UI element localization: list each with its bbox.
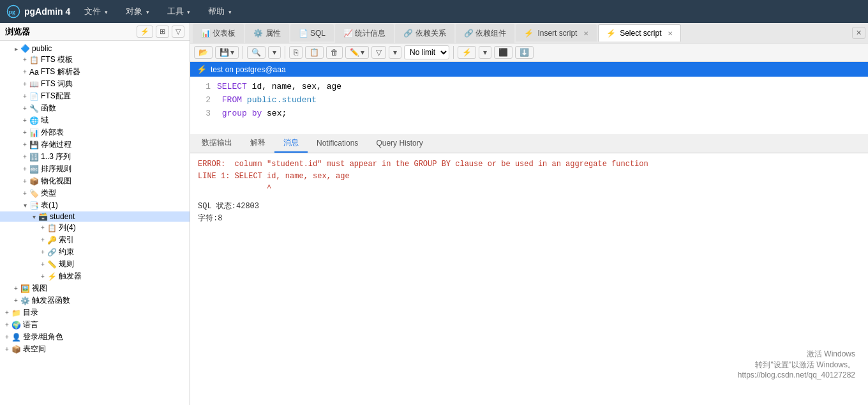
delete-btn[interactable]: 🗑	[326, 46, 343, 59]
tree-item-5[interactable]: +🔧函数	[0, 102, 190, 114]
tree-toggle-9[interactable]: +	[20, 153, 29, 160]
tree-item-18[interactable]: +📏规则	[0, 258, 190, 270]
tree-toggle-0[interactable]: ▸	[11, 45, 20, 52]
tree-toggle-21[interactable]: +	[11, 297, 20, 304]
tab-sql[interactable]: 📄 SQL	[290, 24, 334, 42]
tree-item-12[interactable]: +🏷️类型	[0, 187, 190, 199]
tree-toggle-17[interactable]: +	[38, 248, 47, 256]
tree-toggle-13[interactable]: ▾	[20, 202, 29, 209]
menu-object[interactable]: 对象 ▾	[122, 3, 153, 20]
tree-toggle-23[interactable]: +	[3, 321, 11, 328]
menu-file[interactable]: 文件 ▾	[80, 3, 112, 20]
tree-item-2[interactable]: +AaFTS 解析器	[0, 66, 190, 78]
limit-select[interactable]: No limit 10 100 1000	[404, 45, 449, 59]
search-btn[interactable]: 🔍	[247, 46, 266, 59]
menu-tools[interactable]: 工具 ▾	[163, 3, 195, 20]
tree-item-22[interactable]: +📁目录	[0, 307, 190, 319]
sidebar: 浏览器 ⚡ ⊞ ▽ ▸🔷public+📋FTS 模板+AaFTS 解析器+📖FT…	[0, 23, 190, 405]
tab-data-output[interactable]: 数据输出	[193, 134, 241, 153]
tree-item-6[interactable]: +🌐域	[0, 114, 190, 126]
tree-toggle-11[interactable]: +	[20, 178, 29, 185]
tree-toggle-20[interactable]: +	[11, 285, 20, 292]
panel-close-button[interactable]: ✕	[852, 27, 865, 39]
tab-explain[interactable]: 解释	[241, 134, 274, 153]
tab-notifications[interactable]: Notifications	[308, 135, 367, 152]
tab-select-script[interactable]: ⚡ Select script ✕	[598, 24, 681, 42]
tree-item-24[interactable]: +👤登录/组角色	[0, 331, 190, 343]
tree-item-9[interactable]: +🔢1..3 序列	[0, 151, 190, 163]
code-editor[interactable]: 1SELECT id, name, sex, age 2 FROM public…	[190, 77, 868, 134]
tree-item-15[interactable]: +📋列(4)	[0, 222, 190, 234]
tree-toggle-8[interactable]: +	[20, 141, 29, 148]
tree-toggle-19[interactable]: +	[38, 273, 47, 280]
svg-text:pg: pg	[9, 9, 15, 15]
tree-item-7[interactable]: +📊外部表	[0, 126, 190, 139]
tab-dependents[interactable]: 🔗 依赖组件	[456, 24, 514, 43]
filter-arrow-btn[interactable]: ▾	[389, 46, 401, 59]
tree-toggle-25[interactable]: +	[3, 346, 11, 353]
output-area: ERROR: column "student.id" must appear i…	[190, 153, 868, 405]
copy-btn[interactable]: ⎘	[289, 46, 303, 59]
tree-label-10: 排序规则	[41, 164, 71, 174]
tree-toggle-2[interactable]: +	[20, 68, 29, 75]
tree-item-19[interactable]: +⚡触发器	[0, 270, 190, 282]
tree-item-4[interactable]: +📄FTS配置	[0, 90, 190, 102]
tree-toggle-7[interactable]: +	[20, 129, 29, 136]
tab-messages[interactable]: 消息	[274, 134, 308, 153]
tree-toggle-3[interactable]: +	[20, 80, 29, 88]
tree-toggle-22[interactable]: +	[3, 309, 11, 316]
sidebar-title: 浏览器	[5, 26, 134, 38]
tree-icon-1: 📋	[29, 56, 39, 65]
tree-item-25[interactable]: +📦表空间	[0, 343, 190, 355]
tab-insert-script[interactable]: ⚡ Insert script ✕	[516, 24, 597, 42]
tree-toggle-24[interactable]: +	[3, 333, 11, 340]
tree-toggle-10[interactable]: +	[20, 165, 29, 172]
save-btn[interactable]: 💾 ▾	[215, 46, 239, 59]
sidebar-filter-btn[interactable]: ▽	[172, 26, 184, 38]
tab-properties[interactable]: ⚙️ 属性	[245, 24, 288, 43]
tree-toggle-4[interactable]: +	[20, 93, 29, 100]
download-btn[interactable]: ⬇️	[515, 46, 534, 59]
tree-icon-25: 📦	[11, 345, 21, 354]
tree-toggle-14[interactable]: ▾	[29, 213, 38, 220]
tree-item-8[interactable]: +💾存储过程	[0, 139, 190, 151]
tree-item-14[interactable]: ▾🗃️student	[0, 211, 190, 222]
tree-label-0: public	[32, 44, 52, 53]
tree-item-17[interactable]: +🔗约束	[0, 246, 190, 258]
menu-help[interactable]: 帮助 ▾	[204, 3, 236, 20]
tree-item-11[interactable]: +📦物化视图	[0, 175, 190, 187]
tree-item-3[interactable]: +📖FTS 词典	[0, 78, 190, 90]
tree-toggle-6[interactable]: +	[20, 117, 29, 124]
tree-toggle-16[interactable]: +	[38, 236, 47, 243]
tab-dashboard[interactable]: 📊 仪表板	[193, 24, 244, 43]
sidebar-grid-btn[interactable]: ⊞	[156, 26, 169, 38]
tree-item-10[interactable]: +🔤排序规则	[0, 163, 190, 175]
error-line-3: ^	[198, 183, 860, 195]
search-arrow-btn[interactable]: ▾	[268, 46, 281, 59]
tree-item-16[interactable]: +🔑索引	[0, 234, 190, 246]
edit-btn[interactable]: ✏️ ▾	[345, 46, 369, 59]
tab-statistics[interactable]: 📈 统计信息	[335, 24, 394, 43]
tree-toggle-5[interactable]: +	[20, 105, 29, 112]
paste-btn[interactable]: 📋	[305, 46, 324, 59]
tab-query-history[interactable]: Query History	[367, 135, 431, 152]
tree-toggle-18[interactable]: +	[38, 261, 47, 268]
tree-toggle-12[interactable]: +	[20, 190, 29, 197]
tree-item-1[interactable]: +📋FTS 模板	[0, 54, 190, 66]
tree-item-13[interactable]: ▾📑表(1)	[0, 199, 190, 211]
execute-arrow-btn[interactable]: ▾	[479, 46, 491, 59]
select-script-close[interactable]: ✕	[668, 30, 673, 37]
tab-dependencies[interactable]: 🔗 依赖关系	[395, 24, 454, 43]
filter-btn[interactable]: ▽	[371, 46, 386, 59]
stop-btn[interactable]: ⬛	[494, 46, 513, 59]
tree-item-0[interactable]: ▸🔷public	[0, 43, 190, 54]
tree-item-20[interactable]: +🖼️视图	[0, 282, 190, 294]
tree-toggle-15[interactable]: +	[38, 224, 47, 231]
tree-item-21[interactable]: +⚙️触发器函数	[0, 294, 190, 307]
open-file-btn[interactable]: 📂	[194, 46, 213, 59]
tree-toggle-1[interactable]: +	[20, 56, 29, 63]
execute-btn[interactable]: ⚡	[458, 46, 476, 59]
tree-item-23[interactable]: +🌍语言	[0, 319, 190, 331]
insert-script-close[interactable]: ✕	[583, 30, 588, 37]
sidebar-refresh-btn[interactable]: ⚡	[137, 26, 153, 38]
